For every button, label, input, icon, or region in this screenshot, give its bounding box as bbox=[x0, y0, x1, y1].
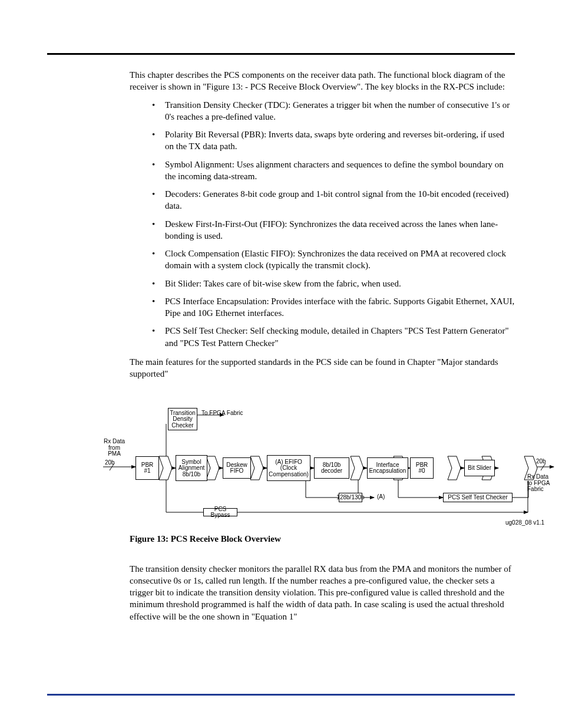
block-128b130b: 128b/130b bbox=[339, 493, 362, 502]
figure-caption: Figure 13: PCS Receive Block Overview bbox=[130, 533, 515, 545]
after-list-paragraph: The main features for the supported stan… bbox=[130, 356, 515, 380]
label-rx-from-pma: Rx Data from PMA bbox=[100, 439, 128, 457]
figure-tag: ug028_08 v1.1 bbox=[505, 520, 544, 526]
list-item: Bit Slider: Takes care of bit-wise skew … bbox=[152, 278, 515, 289]
tdc-paragraph: The transition density checker monitors … bbox=[130, 563, 515, 622]
block-interface-encapsulation: Interface Encapsulation bbox=[367, 457, 408, 479]
label-a: (A) bbox=[377, 494, 385, 500]
footer-rule bbox=[47, 694, 515, 696]
block-symbol-alignment: Symbol Alignment 8b/10b bbox=[176, 455, 207, 481]
block-deskew-fifo: Deskew FIFO bbox=[223, 457, 251, 479]
label-to-fpga-fabric: To FPGA Fabric bbox=[201, 410, 243, 417]
block-8b10b-decoder: 8b/10b decoder bbox=[314, 457, 349, 479]
figure-pcs-receive: Transition Density Checker To FPGA Fabri… bbox=[100, 397, 548, 527]
top-rule bbox=[47, 53, 515, 55]
feature-list: Transition Density Checker (TDC): Genera… bbox=[130, 99, 515, 349]
list-item: Transition Density Checker (TDC): Genera… bbox=[152, 99, 515, 123]
list-item: Clock Compensation (Elastic FIFO): Synch… bbox=[152, 248, 515, 272]
list-item: Decoders: Generates 8-bit code group and… bbox=[152, 188, 515, 212]
block-pcs-bypass: PCS Bypass bbox=[203, 508, 237, 516]
intro-paragraph: This chapter describes the PCS component… bbox=[130, 69, 515, 93]
label-20b-out: 20b bbox=[536, 459, 546, 465]
label-20b-in: 20b bbox=[105, 460, 115, 466]
block-pcs-self-test-checker: PCS Self Test Checker bbox=[443, 493, 513, 502]
list-item: PCS Interface Encapsulation: Provides in… bbox=[152, 295, 515, 319]
block-tdc: Transition Density Checker bbox=[168, 408, 197, 430]
list-item: Polarity Bit Reversal (PBR): Inverts dat… bbox=[152, 129, 515, 153]
list-item: PCS Self Test Checker: Self checking mod… bbox=[152, 325, 515, 349]
block-bit-slider: Bit Slider bbox=[464, 460, 495, 476]
list-item: Deskew First-In-First-Out (FIFO): Synchr… bbox=[152, 218, 515, 242]
list-item: Symbol Alignment: Uses alignment charact… bbox=[152, 159, 515, 183]
block-pbr1: PBR #1 bbox=[135, 456, 159, 480]
label-rx-to-fabric: Rx Data to FPGA Fabric bbox=[527, 474, 560, 493]
block-pbr0: PBR #0 bbox=[410, 457, 434, 479]
body-content: This chapter describes the PCS component… bbox=[130, 69, 515, 622]
block-efifo: (A) EFIFO (Clock Compensation) bbox=[267, 455, 310, 481]
